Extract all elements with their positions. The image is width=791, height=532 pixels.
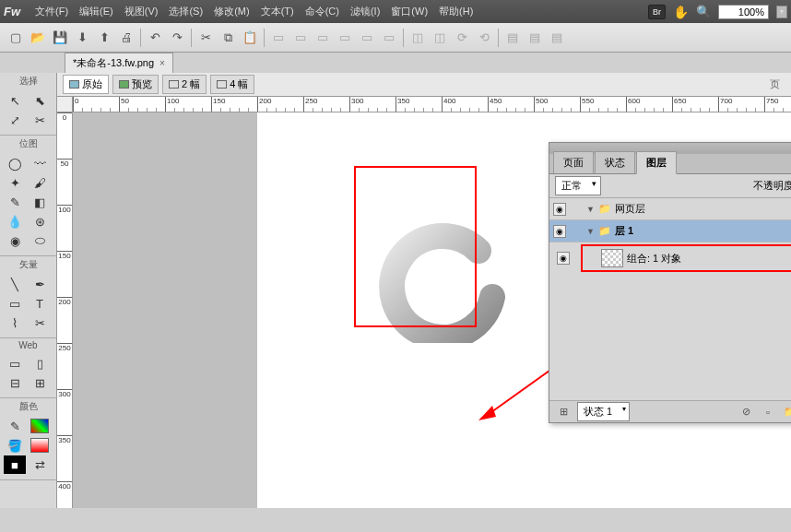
stamp-tool[interactable]: ⊛ bbox=[29, 212, 51, 231]
align-btn-5[interactable]: ▭ bbox=[357, 28, 377, 48]
tab-states[interactable]: 状态 bbox=[595, 151, 635, 173]
bucket-tool[interactable]: ⬭ bbox=[29, 231, 51, 250]
align-btn-4[interactable]: ▭ bbox=[335, 28, 355, 48]
save-button[interactable]: 💾 bbox=[50, 28, 70, 48]
default-colors[interactable]: ■ bbox=[4, 455, 26, 474]
layer-row-web[interactable]: ◉ ▼ 📁 网页层 ⇔ bbox=[549, 198, 791, 220]
show-slice[interactable]: ⊞ bbox=[29, 373, 51, 392]
menu-view[interactable]: 视图(V) bbox=[119, 5, 164, 18]
search-icon[interactable]: 🔍 bbox=[696, 5, 711, 18]
knife-tool[interactable]: ✂ bbox=[29, 313, 51, 332]
redo-button[interactable]: ↷ bbox=[167, 28, 187, 48]
menu-window[interactable]: 窗口(W) bbox=[385, 5, 433, 18]
hide-slice[interactable]: ⊟ bbox=[4, 373, 26, 392]
object-row[interactable]: ◉ 组合: 1 对象 bbox=[584, 248, 791, 268]
tab-preview[interactable]: 预览 bbox=[112, 75, 159, 94]
misc-button[interactable]: ▤ bbox=[547, 28, 567, 48]
fill-color[interactable]: 🪣 bbox=[4, 436, 26, 455]
zoom-field[interactable]: 100% bbox=[718, 5, 769, 19]
layer-row-1[interactable]: ◉ ▼ 📁 层 1 bbox=[549, 220, 791, 242]
opts-icon[interactable]: ⊞ bbox=[555, 404, 572, 420]
align-btn-6[interactable]: ▭ bbox=[379, 28, 399, 48]
tab-pages[interactable]: 页面 bbox=[553, 151, 594, 173]
stroke-color[interactable]: ✎ bbox=[4, 417, 26, 435]
tools-button[interactable]: ▤ bbox=[502, 28, 523, 48]
blend-mode-select[interactable]: 正常 bbox=[555, 176, 601, 195]
freeform-tool[interactable]: ⌇ bbox=[4, 313, 26, 332]
stroke-swatch[interactable] bbox=[29, 417, 51, 435]
menu-file[interactable]: 文件(F) bbox=[30, 5, 74, 18]
document-tab[interactable]: *未命名-13.fw.png × bbox=[65, 53, 173, 73]
wand-tool[interactable]: ✦ bbox=[4, 173, 26, 192]
menu-filters[interactable]: 滤镜(I) bbox=[345, 5, 385, 18]
import-button[interactable]: ⬇ bbox=[72, 28, 92, 48]
menu-select[interactable]: 选择(S) bbox=[163, 5, 208, 18]
pointer-tool[interactable]: ↖ bbox=[4, 91, 26, 110]
align-btn-2[interactable]: ▭ bbox=[290, 28, 311, 48]
tab-4up[interactable]: 4 幅 bbox=[210, 75, 254, 94]
eraser-tool[interactable]: ◧ bbox=[29, 193, 51, 211]
cut-button[interactable]: ✂ bbox=[195, 28, 216, 48]
crop-tool[interactable]: ✂ bbox=[29, 111, 51, 129]
paste-button[interactable]: 📋 bbox=[240, 28, 260, 48]
pen-tool[interactable]: ✒ bbox=[29, 275, 51, 293]
zoom-dropdown[interactable]: ▾ bbox=[776, 6, 787, 18]
visibility-icon[interactable]: ◉ bbox=[557, 252, 570, 265]
menu-text[interactable]: 文本(T) bbox=[255, 5, 300, 18]
rotate-button[interactable]: ⟳ bbox=[452, 28, 472, 48]
expand-icon[interactable]: ▼ bbox=[586, 227, 595, 236]
scale-tool[interactable]: ⤢ bbox=[4, 111, 26, 129]
layer-name: 网页层 bbox=[615, 202, 791, 216]
menu-commands[interactable]: 命令(C) bbox=[300, 5, 345, 18]
new-button[interactable]: ▢ bbox=[6, 28, 26, 48]
bridge-button[interactable]: Br bbox=[648, 5, 666, 19]
blur-tool[interactable]: 💧 bbox=[4, 212, 26, 231]
export-button[interactable]: ⬆ bbox=[94, 28, 114, 48]
lock-icon[interactable] bbox=[570, 203, 583, 216]
subselect-tool[interactable]: ⬉ bbox=[29, 91, 51, 110]
page-button[interactable]: 页 bbox=[764, 77, 785, 91]
layers-button[interactable]: ▤ bbox=[525, 28, 545, 48]
menu-help[interactable]: 帮助(H) bbox=[433, 5, 478, 18]
layer-name: 层 1 bbox=[615, 224, 791, 238]
ungroup-button[interactable]: ◫ bbox=[430, 28, 450, 48]
open-button[interactable]: 📂 bbox=[28, 28, 48, 48]
tab-original[interactable]: 原始 bbox=[63, 75, 109, 94]
line-tool[interactable]: ╲ bbox=[4, 275, 26, 293]
menu-modify[interactable]: 修改(M) bbox=[208, 5, 255, 18]
visibility-icon[interactable]: ◉ bbox=[553, 203, 566, 216]
canvas[interactable]: «× 页面 状态 图层 正常 不透明度 100 ▸ bbox=[73, 112, 791, 508]
group-button[interactable]: ◫ bbox=[407, 28, 428, 48]
tab-2up[interactable]: 2 幅 bbox=[162, 75, 207, 94]
lasso-tool[interactable]: 〰 bbox=[29, 154, 51, 172]
marquee-tool[interactable]: ◯ bbox=[4, 154, 26, 172]
visibility-icon[interactable]: ◉ bbox=[553, 225, 566, 238]
expand-icon[interactable]: ▼ bbox=[586, 205, 595, 214]
print-button[interactable]: 🖨 bbox=[116, 28, 136, 48]
rect-tool[interactable]: ▭ bbox=[4, 294, 26, 313]
undo-button[interactable]: ↶ bbox=[145, 28, 165, 48]
tab-layers[interactable]: 图层 bbox=[636, 151, 677, 174]
align-btn-3[interactable]: ▭ bbox=[313, 28, 333, 48]
link-icon[interactable]: ⊘ bbox=[738, 404, 754, 420]
hotspot-tool[interactable]: ▭ bbox=[4, 354, 26, 372]
canvas-wrapper: 原始 预览 2 幅 4 幅 页 050100150200250300350400… bbox=[57, 73, 791, 508]
swap-colors[interactable]: ⇄ bbox=[29, 455, 51, 474]
eyedrop-tool[interactable]: ◉ bbox=[4, 231, 26, 250]
flip-button[interactable]: ⟲ bbox=[474, 28, 494, 48]
hand-icon[interactable]: ✋ bbox=[673, 5, 689, 19]
new-sublayer-icon[interactable]: ▫ bbox=[760, 404, 776, 420]
fill-swatch[interactable] bbox=[29, 436, 51, 455]
close-tab-icon[interactable]: × bbox=[159, 58, 165, 68]
brush-tool[interactable]: 🖌 bbox=[29, 173, 51, 192]
select-section: 选择 bbox=[0, 73, 56, 89]
state-select[interactable]: 状态 1 bbox=[577, 402, 630, 421]
menu-edit[interactable]: 编辑(E) bbox=[74, 5, 119, 18]
copy-button[interactable]: ⧉ bbox=[218, 28, 238, 48]
new-folder-icon[interactable]: 📁 bbox=[782, 404, 791, 420]
pencil-tool[interactable]: ✎ bbox=[4, 193, 26, 211]
slice-tool[interactable]: ▯ bbox=[29, 354, 51, 372]
align-btn-1[interactable]: ▭ bbox=[268, 28, 289, 48]
text-tool[interactable]: T bbox=[29, 294, 51, 313]
lock-icon[interactable] bbox=[570, 225, 583, 238]
